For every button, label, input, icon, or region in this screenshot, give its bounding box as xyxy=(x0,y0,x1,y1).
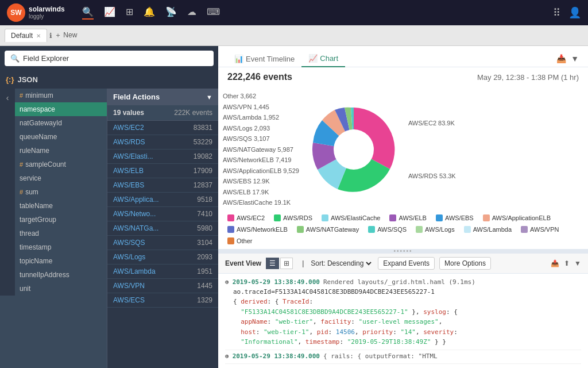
tree-list: # minimum namespace natGatewayId queueNa… xyxy=(15,89,107,296)
tree-item-queuename[interactable]: queueName xyxy=(15,130,107,144)
event-expand-btn-1[interactable]: ⊕ xyxy=(225,278,229,286)
top-nav: SW solarwinds loggly 🔍 📈 ⊞ 🔔 📡 ☁ ⌨ ⠿ 👤 xyxy=(0,0,588,25)
chart-icon: 📈 xyxy=(308,54,318,63)
nav-right: ⠿ 👤 xyxy=(553,6,581,19)
search-input-wrap[interactable]: 🔍 xyxy=(5,51,214,66)
legend-natgw: AWS/NATGateway xyxy=(297,226,359,233)
value-row-netwo[interactable]: AWS/Netwo... 7410 xyxy=(107,207,218,221)
value-row-ecs[interactable]: AWS/ECS 1329 xyxy=(107,293,218,308)
event-expand-btn-2[interactable]: ⊕ xyxy=(225,352,229,360)
value-row-natga[interactable]: AWS/NATGa... 5980 xyxy=(107,221,218,236)
legend-applb: AWS/ApplicationELB xyxy=(483,214,551,221)
tab-event-timeline[interactable]: 📊 Event Timeline xyxy=(227,51,301,67)
tab-info[interactable]: ℹ xyxy=(49,32,52,40)
field-actions-bar[interactable]: Field Actions ▼ xyxy=(107,89,218,105)
chart-nav-icon[interactable]: 📈 xyxy=(104,6,115,20)
logo[interactable]: SW solarwinds loggly xyxy=(7,3,65,22)
tree-item-targetgroup[interactable]: targetGroup xyxy=(15,213,107,227)
legend-ec2: AWS/EC2 xyxy=(227,214,265,221)
chart-legend: AWS/EC2 AWS/RDS AWS/ElastiCache AWS/ELB … xyxy=(218,212,588,249)
tree-item-sum[interactable]: # sum xyxy=(15,185,107,199)
search-input[interactable] xyxy=(23,54,208,63)
legend-elasticache: AWS/ElastiCache xyxy=(322,214,380,221)
tree-item-minimum[interactable]: # minimum xyxy=(15,89,107,102)
grid-nav-icon[interactable]: ⊞ xyxy=(126,6,133,20)
left-panel: 🔍 {:} JSON ‹ # minimum xyxy=(0,46,218,368)
value-row-rds[interactable]: AWS/RDS 53229 xyxy=(107,135,218,150)
tree-back-button[interactable]: ‹ xyxy=(0,89,15,296)
event-header-2: ⊕ 2019-05-29 13:38:49.000 { rails: { out… xyxy=(225,352,581,360)
export-icon[interactable]: ⬆ xyxy=(564,259,570,267)
value-row-vpn[interactable]: AWS/VPN 1445 xyxy=(107,279,218,293)
apps-icon[interactable]: ⠿ xyxy=(553,6,560,19)
right-panel: 📊 Event Timeline 📈 Chart 📥 ▼ 222,246 eve… xyxy=(218,46,588,368)
legend-sqs: AWS/SQS xyxy=(368,226,407,233)
tree-item-unit[interactable]: unit xyxy=(15,282,107,296)
tree-item-timestamp[interactable]: timestamp xyxy=(15,240,107,254)
user-icon[interactable]: 👤 xyxy=(568,6,581,19)
expand-events-btn[interactable]: Expand Events xyxy=(378,257,435,270)
json-tree: ‹ # minimum namespace natGatewayId xyxy=(0,89,107,368)
main-layout: 🔍 {:} JSON ‹ # minimum xyxy=(0,46,588,368)
toolbar-right: 📤 ⬆ ▼ xyxy=(551,259,581,267)
tree-item-thread[interactable]: thread xyxy=(15,227,107,240)
tree-item-natgatewayid[interactable]: natGatewayId xyxy=(15,116,107,130)
view-icons: ☰ ⊞ xyxy=(266,258,293,269)
legend-vpn: AWS/VPN xyxy=(521,226,559,233)
values-panel: Field Actions ▼ 19 values 222K events AW… xyxy=(107,89,218,368)
share-icon[interactable]: 📤 xyxy=(551,259,559,267)
legend-other: Other xyxy=(227,237,253,244)
value-row-ec2[interactable]: AWS/EC2 83831 xyxy=(107,121,218,135)
cloud-nav-icon[interactable]: ☁ xyxy=(187,6,196,20)
value-row-lambda[interactable]: AWS/Lambda 1951 xyxy=(107,264,218,279)
value-row-ebs[interactable]: AWS/EBS 12837 xyxy=(107,178,218,193)
json-brace-icon: {:} xyxy=(6,75,14,84)
tree-item-tablename[interactable]: tableName xyxy=(15,199,107,213)
legend-lambda: AWS/Lambda xyxy=(464,226,512,233)
value-row-sqs[interactable]: AWS/SQS 3104 xyxy=(107,236,218,250)
tree-item-tunnelip[interactable]: tunnelIpAddress xyxy=(15,268,107,282)
tab-chart[interactable]: 📈 Chart xyxy=(301,51,345,67)
event-view: Event View ☰ ⊞ | Sort: Descending Sort: … xyxy=(218,254,588,369)
pie-labels-right: AWS/EC2 83.9K AWS/RDS 53.3K xyxy=(408,91,456,208)
tree-item-namespace[interactable]: namespace xyxy=(15,102,107,116)
pie-labels-left: Other 3,662 AWS/VPN 1,445 AWS/Lambda 1,9… xyxy=(223,91,299,208)
terminal-nav-icon[interactable]: ⌨ xyxy=(207,6,220,20)
search-nav-icon[interactable]: 🔍 xyxy=(82,6,94,20)
download-icon[interactable]: 📥 xyxy=(556,54,566,63)
events-date-range: May 29, 12:38 - 1:38 PM (1 hr) xyxy=(477,73,579,82)
tab-close-icon[interactable]: ✕ xyxy=(36,33,41,39)
tab-default-label: Default xyxy=(11,32,33,40)
tree-item-samplecount[interactable]: # sampleCount xyxy=(15,158,107,171)
value-row-elb[interactable]: AWS/ELB 17909 xyxy=(107,164,218,178)
value-row-elasti[interactable]: AWS/Elasti... 19082 xyxy=(107,150,218,164)
more-options-btn[interactable]: More Options xyxy=(439,257,491,270)
event-message-2: { rails: { outputFormat: "HTML xyxy=(323,352,438,360)
legend-logs: AWS/Logs xyxy=(416,226,455,233)
brand-sub: loggly xyxy=(29,13,65,20)
legend-elb: AWS/ELB xyxy=(389,214,427,221)
tab-default[interactable]: Default ✕ xyxy=(5,29,47,42)
source-nav-icon[interactable]: 📡 xyxy=(165,6,177,20)
tree-item-rulename[interactable]: ruleName xyxy=(15,144,107,158)
more-icon[interactable]: ▼ xyxy=(574,259,581,267)
tab-new[interactable]: ＋ New xyxy=(55,30,77,40)
event-header-1: ⊕ 2019-05-29 13:38:49.000 Rendered layou… xyxy=(225,278,581,286)
events-count-summary: 222K events xyxy=(174,109,212,117)
events-list: ⊕ 2019-05-29 13:38:49.000 Rendered layou… xyxy=(218,274,588,369)
grid-view-btn[interactable]: ⊞ xyxy=(280,258,293,269)
svg-point-0 xyxy=(334,129,374,170)
value-row-logs[interactable]: AWS/Logs 2093 xyxy=(107,250,218,264)
alert-nav-icon[interactable]: 🔔 xyxy=(144,6,155,20)
event-timestamp-1: 2019-05-29 13:38:49.000 xyxy=(233,278,320,286)
value-row-applica[interactable]: AWS/Applica... 9518 xyxy=(107,193,218,207)
expand-chart-icon[interactable]: ▼ xyxy=(571,54,579,63)
tree-item-topicname[interactable]: topicName xyxy=(15,254,107,268)
event-timeline-label: Event Timeline xyxy=(246,55,295,63)
tree-item-service[interactable]: service xyxy=(15,171,107,185)
panel-divider[interactable]: •••••• xyxy=(218,249,588,254)
list-view-btn[interactable]: ☰ xyxy=(266,258,279,269)
event-message-1: Rendered layouts/_grid.html.haml (9.1ms) xyxy=(323,278,475,286)
field-actions-dropdown-icon[interactable]: ▼ xyxy=(206,94,212,101)
sort-select[interactable]: Sort: Descending Sort: Ascending xyxy=(308,259,373,268)
